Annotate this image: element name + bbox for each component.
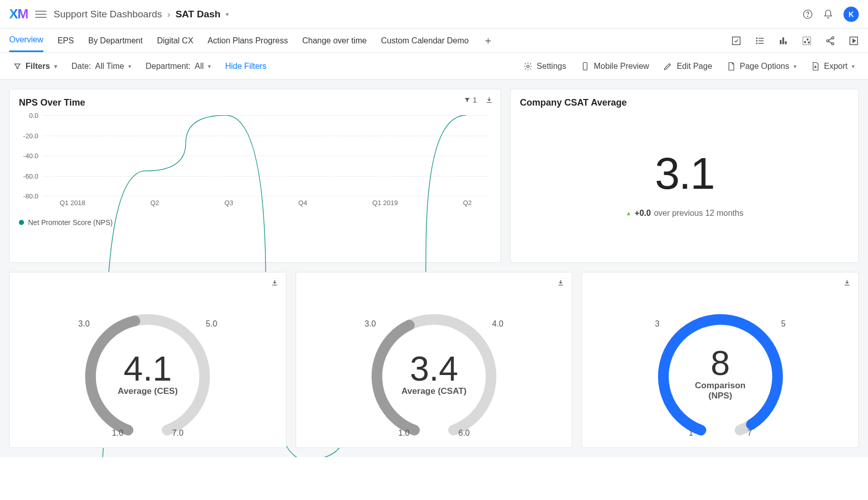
scatter-icon[interactable] bbox=[802, 36, 812, 46]
card-filter-indicator[interactable]: 1 bbox=[464, 95, 477, 104]
svg-point-15 bbox=[808, 42, 810, 43]
delta-suffix: over previous 12 months bbox=[654, 209, 743, 218]
chevron-down-icon: ▾ bbox=[54, 63, 57, 70]
svg-rect-2 bbox=[733, 37, 740, 44]
export-button[interactable]: Export ▾ bbox=[811, 62, 855, 71]
gear-icon bbox=[523, 62, 533, 71]
tab-digital-cx[interactable]: Digital CX bbox=[157, 30, 193, 52]
page-options-label: Page Options bbox=[740, 62, 789, 71]
department-filter[interactable]: Department: All ▾ bbox=[146, 62, 211, 71]
breadcrumb-root[interactable]: Support Site Dashboards bbox=[54, 9, 162, 20]
settings-label: Settings bbox=[537, 62, 566, 71]
gauge-tick: 5.0 bbox=[206, 319, 217, 329]
help-icon[interactable] bbox=[803, 9, 813, 19]
svg-point-3 bbox=[756, 38, 757, 39]
list-icon[interactable] bbox=[755, 36, 765, 46]
tab-overview[interactable]: Overview bbox=[9, 29, 43, 52]
pencil-icon bbox=[663, 62, 672, 71]
card-gauge-ces: 4.1 Average (CES) 3.0 5.0 1.0 7.0 bbox=[9, 272, 286, 448]
download-icon[interactable] bbox=[557, 279, 565, 287]
card-nps-over-time: NPS Over Time 1 0.0-20.0-40.0-60.0-80.0 … bbox=[9, 89, 501, 263]
svg-rect-9 bbox=[780, 40, 781, 44]
csat-delta: ▲ +0.0 over previous 12 months bbox=[625, 209, 743, 218]
settings-button[interactable]: Settings bbox=[523, 62, 566, 71]
download-icon[interactable] bbox=[485, 95, 493, 104]
gauge-tick: 1.0 bbox=[112, 429, 123, 438]
gauge-csat: 3.4 Average (CSAT) 3.0 4.0 1.0 6.0 bbox=[368, 310, 500, 443]
download-icon[interactable] bbox=[271, 279, 279, 287]
svg-rect-12 bbox=[803, 37, 811, 44]
filter-icon bbox=[13, 62, 21, 70]
tab-eps[interactable]: EPS bbox=[58, 30, 74, 52]
edit-page-button[interactable]: Edit Page bbox=[663, 62, 712, 71]
gauge-tick: 3 bbox=[655, 319, 660, 329]
tab-bar: Overview EPS By Department Digital CX Ac… bbox=[0, 29, 868, 53]
menu-icon[interactable] bbox=[35, 9, 46, 20]
avatar[interactable]: K bbox=[843, 7, 859, 22]
app-logo: XM bbox=[9, 6, 28, 22]
hide-filters-link[interactable]: Hide Filters bbox=[225, 62, 267, 71]
mobile-preview-button[interactable]: Mobile Preview bbox=[581, 62, 649, 71]
date-filter[interactable]: Date: All Time ▾ bbox=[71, 62, 131, 71]
tab-change-over-time[interactable]: Change over time bbox=[302, 30, 367, 52]
svg-line-19 bbox=[829, 38, 832, 40]
svg-point-14 bbox=[807, 39, 808, 40]
chevron-down-icon[interactable]: ▾ bbox=[226, 11, 229, 18]
download-icon[interactable] bbox=[843, 279, 851, 287]
chevron-down-icon: ▾ bbox=[852, 63, 855, 70]
bar-chart-icon[interactable] bbox=[778, 36, 788, 46]
topbar: XM Support Site Dashboards › SAT Dash ▾ … bbox=[0, 0, 868, 29]
filter-icon bbox=[464, 96, 471, 104]
mobile-icon bbox=[581, 62, 590, 71]
tab-action-plans[interactable]: Action Plans Progress bbox=[208, 30, 288, 52]
gauge-ces: 4.1 Average (CES) 3.0 5.0 1.0 7.0 bbox=[81, 310, 214, 443]
svg-point-13 bbox=[804, 41, 806, 43]
nps-line-chart: 0.0-20.0-40.0-60.0-80.0 Q1 2018Q2Q3Q4Q1 … bbox=[19, 111, 491, 213]
filters-label: Filters bbox=[26, 62, 50, 71]
dept-value: All bbox=[195, 62, 204, 71]
mobile-label: Mobile Preview bbox=[594, 62, 649, 71]
breadcrumb: Support Site Dashboards › SAT Dash ▾ bbox=[54, 9, 229, 20]
svg-point-22 bbox=[527, 65, 529, 67]
add-tab-icon[interactable]: ＋ bbox=[483, 36, 493, 46]
gauge-tick: 3.0 bbox=[365, 319, 376, 329]
dept-label: Department: bbox=[146, 62, 190, 71]
bell-icon[interactable] bbox=[823, 9, 833, 19]
filters-toggle[interactable]: Filters ▾ bbox=[13, 62, 57, 71]
page-icon bbox=[727, 62, 736, 71]
checkbox-panel-icon[interactable] bbox=[731, 36, 741, 46]
tab-custom-calendar[interactable]: Custom Calendar Demo bbox=[381, 30, 469, 52]
chevron-down-icon: ▾ bbox=[793, 63, 797, 70]
gauge-tick: 5 bbox=[781, 319, 786, 329]
filter-count: 1 bbox=[473, 95, 477, 104]
play-panel-icon[interactable] bbox=[849, 36, 859, 46]
tab-by-department[interactable]: By Department bbox=[88, 30, 143, 52]
gauge-label: Average (CES) bbox=[118, 386, 178, 396]
card-gauge-csat: 3.4 Average (CSAT) 3.0 4.0 1.0 6.0 bbox=[296, 272, 573, 448]
card-title: NPS Over Time bbox=[19, 97, 491, 108]
gauge-tick: 1 bbox=[689, 429, 693, 438]
gauge-nps: 8 Comparison (NPS) 3 5 1 7 bbox=[654, 310, 787, 443]
chevron-down-icon: ▾ bbox=[208, 63, 211, 70]
svg-point-5 bbox=[756, 40, 757, 41]
breadcrumb-current[interactable]: SAT Dash bbox=[176, 9, 221, 20]
triangle-up-icon: ▲ bbox=[625, 210, 632, 217]
svg-rect-11 bbox=[785, 41, 786, 44]
svg-point-1 bbox=[808, 16, 808, 16]
gauge-tick: 7.0 bbox=[172, 429, 183, 438]
gauge-label: Average (CSAT) bbox=[401, 386, 467, 396]
dashboard-canvas: NPS Over Time 1 0.0-20.0-40.0-60.0-80.0 … bbox=[0, 80, 868, 457]
chevron-right-icon: › bbox=[167, 9, 170, 20]
gauge-tick: 3.0 bbox=[78, 319, 89, 329]
svg-point-7 bbox=[756, 43, 757, 44]
gauge-tick: 7 bbox=[748, 429, 752, 438]
delta-value: +0.0 bbox=[635, 209, 651, 218]
share-icon[interactable] bbox=[825, 36, 835, 46]
csat-value: 3.1 bbox=[655, 147, 714, 199]
gauge-label: Comparison (NPS) bbox=[687, 381, 754, 401]
export-icon bbox=[811, 62, 820, 71]
card-title: Company CSAT Average bbox=[520, 97, 849, 108]
page-options-button[interactable]: Page Options ▾ bbox=[727, 62, 797, 71]
gauge-value: 4.1 bbox=[118, 348, 178, 388]
date-value: All Time bbox=[95, 62, 124, 71]
